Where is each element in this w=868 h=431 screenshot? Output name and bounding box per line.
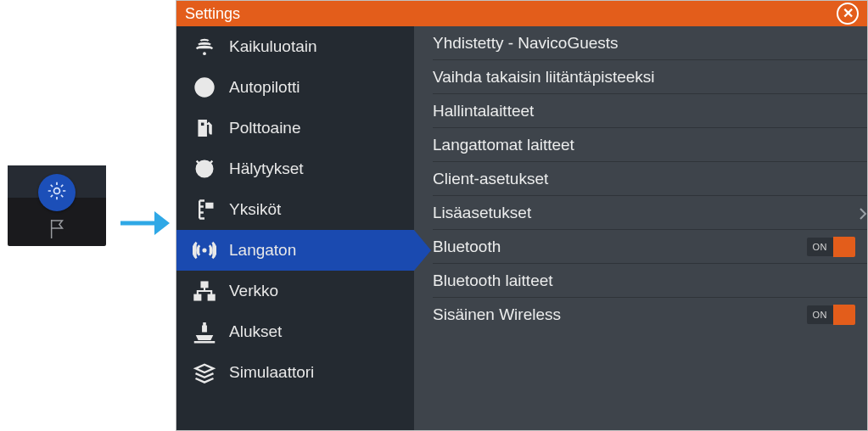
row-label: Sisäinen Wireless <box>433 305 807 324</box>
dialog-titlebar: Settings ✕ <box>176 1 867 26</box>
sidebar-item-label: Alukset <box>229 322 282 341</box>
row-label: Bluetooth <box>433 238 807 256</box>
svg-point-0 <box>54 188 60 194</box>
svg-point-3 <box>203 52 206 55</box>
row-connected[interactable]: Yhdistetty - NavicoGuests <box>433 26 867 60</box>
svg-rect-10 <box>194 295 200 300</box>
row-bluetooth[interactable]: Bluetooth ON <box>433 230 867 264</box>
row-label: Client-asetukset <box>433 170 855 188</box>
vessels-icon <box>188 320 221 344</box>
gear-icon <box>46 180 68 205</box>
row-client-settings[interactable]: Client-asetukset <box>433 162 867 196</box>
sidebar-item-alarms[interactable]: Hälytykset <box>176 148 414 189</box>
dialog-title: Settings <box>185 5 837 23</box>
row-advanced[interactable]: Lisäasetukset <box>433 196 867 230</box>
network-icon <box>188 279 221 303</box>
close-button[interactable]: ✕ <box>837 3 859 25</box>
flag-icon <box>48 218 67 243</box>
row-label: Hallintalaitteet <box>433 102 855 120</box>
svg-marker-2 <box>154 211 170 235</box>
svg-point-7 <box>203 167 207 171</box>
settings-badge[interactable] <box>38 174 76 211</box>
settings-dialog: Settings ✕ Kaikuluotain Autopilotti <box>176 0 868 431</box>
sidebar: Kaikuluotain Autopilotti Polttoaine Häly… <box>176 26 414 430</box>
svg-point-8 <box>202 248 206 252</box>
wireless-icon <box>188 238 221 262</box>
sonar-icon <box>188 35 221 59</box>
svg-rect-9 <box>202 283 208 288</box>
sidebar-item-simulator[interactable]: Simulaattori <box>176 352 414 393</box>
sidebar-item-label: Hälytykset <box>229 160 304 178</box>
toggle-knob <box>833 305 855 325</box>
arrow-right-icon <box>119 208 170 242</box>
row-label: Langattomat laitteet <box>433 136 855 154</box>
row-label: Lisäasetukset <box>433 204 855 222</box>
simulator-icon <box>188 361 221 384</box>
sidebar-item-label: Simulaattori <box>229 363 314 382</box>
close-icon: ✕ <box>843 7 854 20</box>
sidebar-item-label: Yksiköt <box>229 200 281 219</box>
sidebar-item-network[interactable]: Verkko <box>176 271 414 311</box>
alarm-icon <box>188 157 221 181</box>
svg-rect-11 <box>209 295 215 300</box>
sidebar-item-label: Langaton <box>229 241 296 260</box>
sidebar-item-label: Autopilotti <box>229 78 300 97</box>
sidebar-item-wireless[interactable]: Langaton <box>176 230 414 271</box>
sidebar-item-autopilot[interactable]: Autopilotti <box>176 67 414 108</box>
row-internal-wireless[interactable]: Sisäinen Wireless ON <box>433 298 867 332</box>
content-pane: Yhdistetty - NavicoGuests Vaihda takaisi… <box>414 26 867 430</box>
toggle-knob <box>833 237 855 257</box>
sidebar-item-sonar[interactable]: Kaikuluotain <box>176 26 414 67</box>
row-wireless-devices[interactable]: Langattomat laitteet <box>433 128 867 162</box>
units-icon <box>188 198 221 221</box>
sidebar-item-units[interactable]: Yksiköt <box>176 189 414 230</box>
row-controllers[interactable]: Hallintalaitteet <box>433 94 867 128</box>
row-bluetooth-devices[interactable]: Bluetooth laitteet <box>433 264 867 298</box>
source-thumbnail <box>8 165 106 246</box>
row-label: Vaihda takaisin liitäntäpisteeksi <box>433 68 855 87</box>
sidebar-item-label: Kaikuluotain <box>229 37 317 56</box>
toggle-state: ON <box>807 305 834 324</box>
internal-wireless-toggle[interactable]: ON <box>807 305 856 325</box>
svg-rect-5 <box>200 122 204 126</box>
row-label: Yhdistetty - NavicoGuests <box>433 34 855 53</box>
sidebar-item-fuel[interactable]: Polttoaine <box>176 108 414 148</box>
row-switch-ap[interactable]: Vaihda takaisin liitäntäpisteeksi <box>433 60 867 94</box>
chevron-right-icon <box>859 206 867 225</box>
fuel-icon <box>188 116 221 140</box>
sidebar-item-label: Verkko <box>229 282 278 300</box>
row-label: Bluetooth laitteet <box>433 271 855 290</box>
sidebar-item-vessels[interactable]: Alukset <box>176 311 414 352</box>
bluetooth-toggle[interactable]: ON <box>807 237 856 257</box>
sidebar-item-label: Polttoaine <box>229 119 301 137</box>
autopilot-icon <box>188 76 221 99</box>
toggle-state: ON <box>807 238 834 256</box>
dialog-body: Kaikuluotain Autopilotti Polttoaine Häly… <box>176 26 867 430</box>
